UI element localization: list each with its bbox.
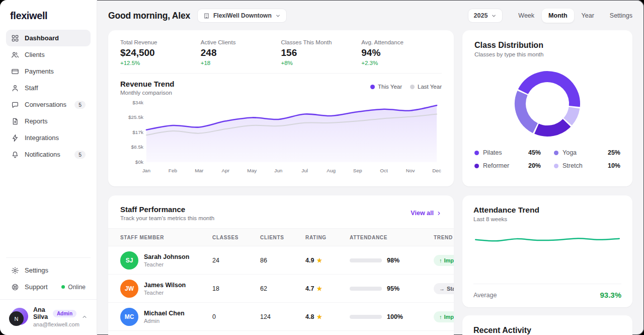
staff-header: Staff Performance Track your team's metr… <box>108 195 454 228</box>
sidebar-item-integrations[interactable]: Integrations <box>6 129 91 146</box>
clients-cell: 62 <box>260 285 305 292</box>
legend-dot <box>370 85 375 89</box>
attendance-sparkline <box>473 228 621 259</box>
staff-subtitle: Track your team's metrics this month <box>120 215 214 221</box>
classes-cell: 18 <box>212 285 260 292</box>
credit-card-icon <box>11 68 19 76</box>
lifebuoy-icon <box>11 283 19 291</box>
trend-badge: ↑ Improving <box>434 255 454 266</box>
legend-pilates: Pilates 45% <box>474 149 541 156</box>
svg-text:Mar: Mar <box>195 168 204 173</box>
revenue-title: Revenue Trend <box>120 80 175 88</box>
building-icon <box>203 13 210 19</box>
right-column: Attendance Trend Last 8 weeks Average 93… <box>462 195 632 335</box>
location-selector[interactable]: FlexiWell Downtown <box>197 9 287 23</box>
trend-arrow-icon: → <box>439 286 445 292</box>
user-email: ana@flexiwell.com <box>33 321 76 327</box>
chevron-up-icon <box>82 314 88 320</box>
average-value: 93.3% <box>600 291 621 299</box>
app-logo: flexiwell <box>6 8 91 30</box>
staff-role: Teacher <box>144 290 186 296</box>
year-label: 2025 <box>474 12 488 19</box>
sidebar-item-label: Reports <box>25 117 48 125</box>
staff-name: Michael Chen <box>144 310 185 317</box>
svg-text:Dec: Dec <box>432 168 441 173</box>
staff-name: James Wilson <box>144 282 186 289</box>
topbar: Good morning, Alex FlexiWell Downtown 20… <box>108 9 632 23</box>
trend-cell: → Stable <box>434 283 454 294</box>
sidebar-item-reports[interactable]: Reports <box>6 113 91 129</box>
star-icon: ★ <box>316 257 322 264</box>
tab-year[interactable]: Year <box>575 9 601 23</box>
chevron-down-icon <box>275 13 281 19</box>
online-dot <box>61 285 65 289</box>
svg-text:$17k: $17k <box>132 129 143 135</box>
avatar: N <box>9 308 28 326</box>
sidebar-item-notifications[interactable]: Notifications 5 <box>6 146 91 163</box>
stat-total-revenue: Total Revenue $24,500 +12.5% <box>120 39 201 66</box>
svg-text:$34k: $34k <box>132 100 143 105</box>
average-row: Average 93.3% <box>473 284 621 299</box>
sidebar-item-label: Support <box>25 283 48 291</box>
online-label: Online <box>68 284 86 291</box>
sidebar-nav: Dashboard Clients Payments Staff <box>6 30 91 163</box>
sidebar-item-label: Notifications <box>25 151 60 158</box>
donut-chart <box>509 65 586 142</box>
bell-icon <box>11 151 19 159</box>
svg-text:May: May <box>247 168 257 173</box>
sidebar-item-conversations[interactable]: Conversations 5 <box>6 96 91 113</box>
settings-link[interactable]: Settings <box>610 12 632 19</box>
sidebar-item-settings[interactable]: Settings <box>6 262 91 279</box>
view-all-link[interactable]: View all <box>411 210 442 217</box>
svg-text:Aug: Aug <box>327 168 336 173</box>
chevron-down-icon <box>491 13 497 19</box>
sidebar-item-staff[interactable]: Staff <box>6 80 91 96</box>
svg-text:Jun: Jun <box>274 168 282 173</box>
staff-performance-card: Staff Performance Track your team's metr… <box>108 195 454 335</box>
user-profile[interactable]: N Ana Silva Admin ana@flexiwell.com <box>0 299 97 335</box>
period-tabs: Week Month Year <box>512 9 600 23</box>
legend-dot <box>410 85 415 89</box>
app-window: flexiwell Dashboard Clients Payments <box>0 0 644 335</box>
avatar: MC <box>120 308 138 326</box>
chevron-right-icon <box>436 211 442 216</box>
conversations-badge: 5 <box>74 101 86 109</box>
stat-active-clients: Active Clients 248 +18 <box>201 39 281 66</box>
legend-this-year: This Year <box>370 84 402 90</box>
divider <box>120 73 442 74</box>
sidebar-item-label: Settings <box>25 266 48 274</box>
sidebar-item-support[interactable]: Support Online <box>6 279 91 295</box>
staff-role: Admin <box>144 318 185 324</box>
sidebar-item-payments[interactable]: Payments <box>6 63 91 80</box>
trend-badge: → Stable <box>434 283 454 294</box>
table-row[interactable]: SJ Sarah Johnson Teacher 24 86 4.9 ★ <box>108 246 454 275</box>
stat-avg-attendance: Avg. Attendance 94% +2.3% <box>361 39 442 66</box>
sidebar-item-label: Dashboard <box>25 34 59 42</box>
table-row[interactable]: MC Michael Chen Admin 0 124 4.8 ★ <box>108 303 454 331</box>
main-content: Good morning, Alex FlexiWell Downtown 20… <box>97 0 644 335</box>
tab-week[interactable]: Week <box>512 9 541 23</box>
table-row[interactable]: JW James Wilson Teacher 18 62 4.7 ★ <box>108 275 454 303</box>
page-title: Good morning, Alex <box>108 11 190 21</box>
classes-cell: 24 <box>212 257 260 264</box>
svg-text:Sep: Sep <box>353 168 362 173</box>
avatar-letter-badge: N <box>9 311 24 326</box>
legend-dot <box>554 164 558 168</box>
svg-text:Jan: Jan <box>142 168 150 173</box>
sidebar-item-clients[interactable]: Clients <box>6 46 91 63</box>
sidebar-item-label: Clients <box>25 51 45 58</box>
legend-dot <box>554 151 558 155</box>
clients-cell: 124 <box>260 313 305 320</box>
legend-last-year: Last Year <box>410 84 442 90</box>
legend-dot <box>474 164 479 168</box>
sidebar-item-dashboard[interactable]: Dashboard <box>6 30 91 46</box>
staff-title: Staff Performance <box>120 205 214 214</box>
revenue-card: Total Revenue $24,500 +12.5% Active Clie… <box>108 30 454 186</box>
avatar: JW <box>120 280 138 298</box>
revenue-subtitle: Monthly comparison <box>120 90 175 96</box>
trend-arrow-icon: ↑ <box>439 257 442 263</box>
tab-month[interactable]: Month <box>542 9 574 23</box>
trend-cell: ↑ Improving <box>434 311 454 322</box>
year-selector[interactable]: 2025 <box>468 9 503 23</box>
sidebar: flexiwell Dashboard Clients Payments <box>0 0 97 335</box>
